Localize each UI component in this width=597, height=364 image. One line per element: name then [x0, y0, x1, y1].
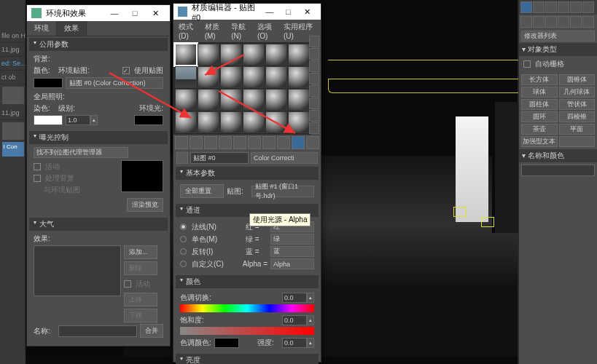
create-tab[interactable]	[520, 1, 532, 13]
move-down-button[interactable]: 下移	[124, 309, 157, 323]
side-tool[interactable]	[309, 36, 319, 47]
plane-button[interactable]: 平面	[559, 124, 596, 135]
sphere-button[interactable]: 球体	[521, 87, 558, 98]
side-tool[interactable]	[309, 60, 319, 72]
delete-button[interactable]: 删除	[124, 261, 157, 275]
show-end-result-button[interactable]	[306, 136, 319, 149]
assign-button[interactable]	[204, 136, 217, 149]
sample-slot[interactable]	[288, 44, 310, 66]
pick-from-object-button[interactable]	[176, 152, 188, 164]
shapes-icon[interactable]	[533, 16, 545, 28]
active-checkbox[interactable]	[34, 163, 41, 170]
cylinder-button[interactable]: 圆柱体	[521, 99, 558, 110]
box-button[interactable]: 长方体	[521, 74, 558, 85]
side-tool[interactable]	[309, 98, 319, 109]
teapot-button[interactable]: 茶壶	[521, 124, 558, 135]
tube-button[interactable]: 管状体	[559, 99, 596, 110]
sample-slot[interactable]	[288, 66, 310, 88]
cameras-icon[interactable]	[558, 16, 569, 28]
list-item[interactable]: file on H	[0, 29, 26, 43]
sample-slot[interactable]	[175, 89, 197, 111]
make-unique-button[interactable]	[248, 136, 261, 149]
merge-button[interactable]: 合并	[140, 324, 163, 338]
add-button[interactable]: 添加...	[124, 245, 157, 259]
tab-environment[interactable]: 环境	[27, 21, 57, 36]
rollout-header[interactable]: 曝光控制	[29, 131, 168, 144]
rollout-header[interactable]: 公用参数	[29, 38, 168, 51]
hue-strip[interactable]	[180, 304, 314, 312]
asset-thumbnail[interactable]: I Con	[2, 142, 24, 157]
reset-button[interactable]	[219, 136, 232, 149]
rollout-header[interactable]: 亮度	[176, 354, 319, 364]
effects-listbox[interactable]	[34, 245, 121, 296]
modifier-list-dropdown[interactable]: 修改器列表	[521, 31, 595, 41]
lights-icon[interactable]	[545, 16, 557, 28]
sample-slot[interactable]	[175, 66, 197, 88]
sample-slot[interactable]	[243, 111, 265, 133]
asset-list[interactable]: file on H 11.jpg ed: Se... ct ob 11.jpg …	[0, 0, 26, 364]
sample-slot[interactable]	[198, 89, 219, 111]
maximize-button[interactable]: □	[279, 5, 298, 18]
side-tool[interactable]	[309, 73, 319, 84]
ambient-swatch[interactable]	[134, 115, 163, 125]
sample-slot[interactable]	[220, 89, 242, 111]
menu-material[interactable]: 材质(M)	[203, 21, 228, 41]
sample-slot[interactable]	[265, 89, 287, 111]
process-bg-checkbox[interactable]	[34, 175, 41, 182]
bg-color-swatch[interactable]	[34, 78, 63, 88]
close-button[interactable]: ✕	[145, 7, 165, 20]
make-copy-button[interactable]	[233, 136, 246, 149]
normal-radio[interactable]	[180, 223, 187, 230]
selection-gizmo[interactable]	[453, 207, 467, 217]
autogrid-checkbox[interactable]	[523, 60, 531, 68]
object-name-field[interactable]	[521, 165, 595, 176]
sample-slot[interactable]	[220, 66, 242, 88]
menu-navigate[interactable]: 导航(N)	[229, 21, 254, 41]
asset-thumbnail[interactable]	[2, 122, 24, 140]
exposure-type-dropdown[interactable]: 找不到位图代理管理器	[34, 147, 128, 158]
geometry-icon[interactable]	[520, 16, 532, 28]
torus-button[interactable]: 圆环	[521, 111, 558, 122]
tint-color-swatch[interactable]	[214, 338, 239, 348]
rollout-header[interactable]: ▾ 名称和颜色	[519, 149, 597, 162]
menu-mode[interactable]: 模式(D)	[176, 21, 201, 41]
sample-slot[interactable]	[243, 89, 265, 111]
list-item[interactable]: ct ob	[0, 71, 26, 84]
sample-slot[interactable]	[265, 111, 287, 133]
command-panel[interactable]: 修改器列表 ▾ 对象类型 自动栅格 长方体 圆锥体 球体 几何球体 圆柱体 管状…	[518, 0, 597, 364]
put-to-library-button[interactable]	[262, 136, 276, 149]
material-name-field[interactable]: 贴图 #0	[190, 152, 249, 164]
invert-radio[interactable]	[180, 248, 187, 255]
put-to-scene-button[interactable]	[190, 136, 203, 149]
render-preview-button[interactable]: 渲染预览	[127, 198, 163, 212]
titlebar[interactable]: 材质编辑器 - 贴图 #0 — □ ✕	[173, 4, 321, 20]
sample-slot[interactable]	[220, 111, 242, 133]
material-id-button[interactable]	[277, 136, 290, 149]
level-spinner[interactable]: ▴	[66, 115, 98, 125]
maximize-button[interactable]: □	[125, 7, 145, 20]
sample-slot[interactable]	[198, 66, 219, 88]
pyramid-button[interactable]: 四棱锥	[559, 111, 596, 122]
list-item[interactable]: ed: Se...	[0, 57, 26, 71]
saturation-spinner[interactable]: ▴	[282, 315, 314, 325]
rollout-header[interactable]: ▾ 对象类型	[519, 43, 597, 56]
mono-radio[interactable]	[180, 236, 187, 242]
hierarchy-tab[interactable]	[545, 1, 557, 13]
show-in-viewport-button[interactable]	[292, 136, 305, 149]
side-tool[interactable]	[309, 110, 319, 122]
alpha-channel-dropdown[interactable]: Alpha	[270, 258, 314, 269]
rollout-header[interactable]: 基本参数	[176, 167, 319, 180]
rollout-header[interactable]: 颜色	[176, 275, 319, 288]
sample-slot[interactable]	[175, 111, 197, 133]
move-up-button[interactable]: 上移	[124, 293, 157, 306]
sample-slot[interactable]	[198, 44, 219, 66]
list-item[interactable]: 11.jpg	[0, 43, 26, 57]
minimize-button[interactable]: —	[260, 5, 279, 18]
blue-channel-dropdown[interactable]: 蓝	[270, 246, 314, 257]
spacewarps-icon[interactable]	[582, 16, 594, 28]
sample-slot[interactable]	[175, 44, 197, 66]
cone-button[interactable]: 圆锥体	[559, 74, 596, 85]
active-checkbox[interactable]	[124, 280, 131, 288]
helpers-icon[interactable]	[570, 16, 582, 28]
tint-swatch[interactable]	[34, 115, 63, 125]
